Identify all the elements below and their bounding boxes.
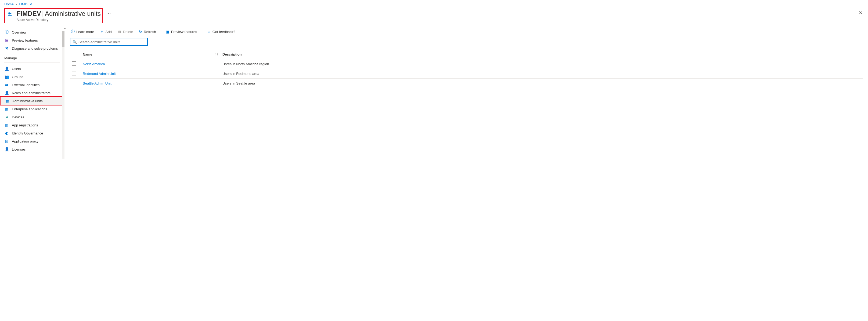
learn-more-button[interactable]: ⓘ Learn more <box>70 29 95 35</box>
devices-icon: 🖥 <box>4 115 9 119</box>
sidebar-item-label: Identity Governance <box>12 131 43 135</box>
adminunits-icon: ▦ <box>5 99 10 103</box>
preview-icon: ▣ <box>4 38 9 43</box>
breadcrumb: Home › FIMDEV <box>0 0 868 7</box>
sidebar-item-administrative-units[interactable]: ▦Administrative units <box>0 96 64 105</box>
diagnose-icon: ✖ <box>4 46 9 51</box>
sidebar-item-diagnose-and-solve-problems[interactable]: ✖Diagnose and solve problems <box>0 44 64 52</box>
sidebar: « ⓘOverview▣Preview features✖Diagnose an… <box>0 26 64 158</box>
more-button[interactable]: ⋯ <box>106 10 111 16</box>
info-icon: ⓘ <box>71 29 75 34</box>
sidebar-item-identity-governance[interactable]: ◐Identity Governance <box>0 129 64 137</box>
refresh-button[interactable]: ↻ Refresh <box>138 29 157 34</box>
preview-icon: ▣ <box>166 30 169 34</box>
row-checkbox[interactable] <box>72 81 76 85</box>
row-description: Users in Redmond area <box>220 69 863 79</box>
page-title: FIMDEV|Administrative units <box>17 10 101 17</box>
sidebar-item-label: Devices <box>12 115 24 119</box>
sidebar-item-label: Overview <box>12 30 26 34</box>
breadcrumb-item[interactable]: FIMDEV <box>19 2 32 6</box>
svg-point-0 <box>8 12 10 14</box>
user-icon: 👤 <box>4 66 9 71</box>
tenant-icon <box>6 10 14 18</box>
sidebar-item-label: Preview features <box>12 38 38 42</box>
licenses-icon: 👤 <box>4 147 9 152</box>
row-name-link[interactable]: Seattle Admin Unit <box>83 81 112 85</box>
sidebar-item-devices[interactable]: 🖥Devices <box>0 113 64 121</box>
entapps-icon: ▦ <box>4 107 9 111</box>
sidebar-item-licenses[interactable]: 👤Licenses <box>0 145 64 153</box>
table-row[interactable]: Redmond Admin UnitUsers in Redmond area <box>70 69 863 79</box>
info-icon: ⓘ <box>4 30 9 35</box>
row-checkbox[interactable] <box>72 71 76 75</box>
appreg-icon: ▦ <box>4 123 9 128</box>
idgov-icon: ◐ <box>4 131 9 136</box>
sidebar-item-enterprise-applications[interactable]: ▦Enterprise applications <box>0 105 64 113</box>
feedback-button[interactable]: ☺ Got feedback? <box>206 29 237 34</box>
sidebar-item-label: Licenses <box>12 147 26 151</box>
sidebar-item-label: Enterprise applications <box>12 107 47 111</box>
header-highlight: FIMDEV|Administrative units Azure Active… <box>4 8 103 23</box>
feedback-icon: ☺ <box>207 30 211 34</box>
toolbar: ⓘ Learn more ＋ Add 🗑 Delete ↻ Refresh ▣ … <box>70 26 863 38</box>
main-content: ⓘ Learn more ＋ Add 🗑 Delete ↻ Refresh ▣ … <box>64 26 868 158</box>
search-input[interactable] <box>79 40 145 44</box>
sidebar-section-manage: Manage <box>0 52 64 62</box>
row-name-link[interactable]: Redmond Admin Unit <box>83 72 116 76</box>
sidebar-item-label: Administrative units <box>12 99 43 103</box>
refresh-icon: ↻ <box>139 30 142 34</box>
sidebar-item-groups[interactable]: 👥Groups <box>0 73 64 81</box>
sidebar-item-app-registrations[interactable]: ▦App registrations <box>0 121 64 129</box>
search-icon: 🔍 <box>72 40 77 44</box>
sidebar-item-application-proxy[interactable]: ▧Application proxy <box>0 137 64 145</box>
group-icon: 👥 <box>4 74 9 79</box>
collapse-toggle[interactable]: « <box>64 26 66 30</box>
col-description[interactable]: Description <box>220 50 863 59</box>
breadcrumb-sep: › <box>16 2 17 6</box>
sidebar-item-overview[interactable]: ⓘOverview <box>0 28 64 36</box>
sidebar-item-label: App registrations <box>12 123 38 127</box>
sidebar-item-roles-and-administrators[interactable]: 👤Roles and administrators <box>0 89 64 97</box>
page-subtitle: Azure Active Directory <box>17 18 101 22</box>
plus-icon: ＋ <box>100 29 104 34</box>
svg-point-1 <box>10 13 11 14</box>
breadcrumb-home[interactable]: Home <box>4 2 14 6</box>
row-checkbox[interactable] <box>72 62 76 66</box>
row-name-link[interactable]: North America <box>83 62 105 66</box>
row-description: Users in Seattle area <box>220 79 863 88</box>
admin-units-table: Name ↑↓ Description North AmericaUsres i… <box>70 50 863 88</box>
preview-features-button[interactable]: ▣ Preview features <box>165 29 198 34</box>
external-icon: ⇄ <box>4 82 9 87</box>
table-row[interactable]: Seattle Admin UnitUsers in Seattle area <box>70 79 863 88</box>
col-name[interactable]: Name ↑↓ <box>81 50 220 59</box>
sidebar-item-label: Diagnose and solve problems <box>12 46 58 50</box>
row-description: Usres in North America region <box>220 59 863 69</box>
sidebar-item-label: Roles and administrators <box>12 91 51 95</box>
roles-icon: 👤 <box>4 91 9 95</box>
page-header: FIMDEV|Administrative units Azure Active… <box>0 7 868 26</box>
search-box[interactable]: 🔍 <box>70 38 148 46</box>
trash-icon: 🗑 <box>118 30 121 34</box>
sidebar-item-label: Application proxy <box>12 139 38 143</box>
appproxy-icon: ▧ <box>4 139 9 144</box>
sidebar-item-label: Users <box>12 67 21 71</box>
add-button[interactable]: ＋ Add <box>99 29 113 35</box>
sidebar-item-label: External Identities <box>12 83 39 87</box>
sidebar-item-label: Groups <box>12 75 23 79</box>
sidebar-item-external-identities[interactable]: ⇄External Identities <box>0 81 64 89</box>
sidebar-item-preview-features[interactable]: ▣Preview features <box>0 36 64 44</box>
scrollbar[interactable] <box>62 31 64 158</box>
delete-button: 🗑 Delete <box>117 29 134 34</box>
sort-icon[interactable]: ↑↓ <box>215 52 218 56</box>
sidebar-item-users[interactable]: 👤Users <box>0 65 64 73</box>
close-button[interactable]: ✕ <box>859 10 863 16</box>
table-row[interactable]: North AmericaUsres in North America regi… <box>70 59 863 69</box>
